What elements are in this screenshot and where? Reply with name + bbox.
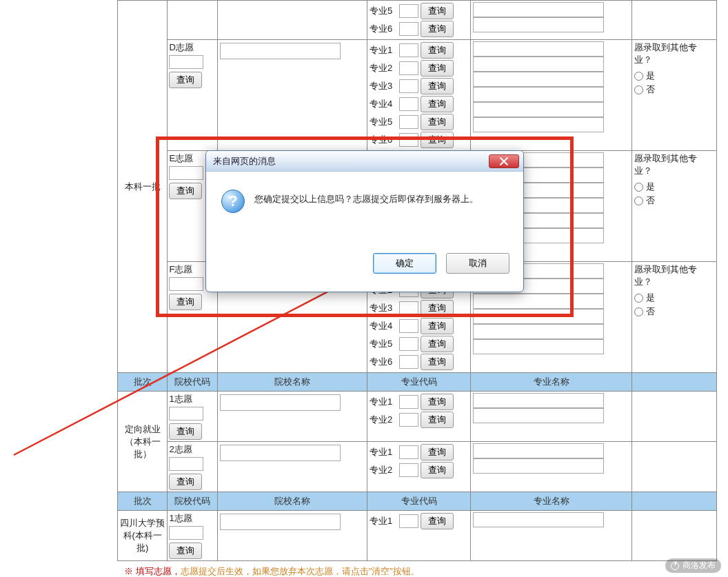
major-code-input[interactable] [399, 395, 418, 409]
adjust-no-radio[interactable] [634, 85, 643, 94]
major-code-input[interactable] [399, 413, 418, 427]
school-name-input[interactable] [220, 445, 341, 461]
query-button[interactable]: 查询 [421, 96, 454, 112]
query-button[interactable]: 查询 [421, 78, 454, 94]
adjust-yes-radio[interactable] [634, 72, 643, 81]
query-button[interactable]: 查询 [169, 72, 202, 88]
major-name-input[interactable] [473, 512, 604, 527]
query-button[interactable]: 查询 [421, 300, 454, 316]
query-button[interactable]: 查询 [421, 394, 454, 410]
major-code-input[interactable] [399, 355, 418, 369]
major-code-input[interactable] [399, 337, 418, 351]
query-button[interactable]: 查询 [169, 423, 202, 440]
query-button[interactable]: 查询 [421, 412, 454, 428]
wish-label-d: D志愿 [169, 41, 215, 54]
major-label: 专业2 [370, 62, 397, 74]
major-code-input[interactable] [399, 514, 418, 528]
col-school-code: 院校代码 [168, 492, 217, 511]
wish-label-1: 1志愿 [169, 393, 215, 405]
major-name-input[interactable] [473, 408, 604, 423]
col-major-name: 专业名称 [471, 492, 632, 511]
major-name-input[interactable] [473, 294, 604, 309]
batch-dx: 定向就业（本科一批） [118, 392, 168, 492]
adjust-yes-radio[interactable] [634, 183, 643, 192]
major-label: 专业5 [370, 116, 397, 128]
dialog-close-button[interactable] [489, 154, 519, 168]
major-name-input[interactable] [473, 102, 604, 117]
query-button[interactable]: 查询 [421, 132, 454, 148]
major-code-input[interactable] [399, 79, 418, 93]
major-code-input[interactable] [399, 43, 418, 57]
query-button[interactable]: 查询 [421, 21, 454, 37]
query-button[interactable]: 查询 [421, 114, 454, 130]
school-code-input[interactable] [169, 457, 203, 471]
query-button[interactable]: 查询 [421, 318, 454, 334]
batch-scdx: 四川大学预科(本科一批) [118, 511, 168, 561]
major-label: 专业5 [370, 5, 397, 17]
adjust-radio-group: 愿录取到其他专业？ 是 否 [634, 152, 714, 207]
major-label: 专业1 [370, 446, 397, 458]
query-button[interactable]: 查询 [421, 336, 454, 352]
major-code-input[interactable] [399, 97, 418, 111]
major-label: 专业1 [370, 44, 397, 57]
major-code-input[interactable] [399, 115, 418, 129]
school-code-input[interactable] [169, 407, 203, 421]
adjust-radio-group: 愿录取到其他专业？ 是 否 [634, 41, 714, 96]
dialog-ok-button[interactable]: 确定 [373, 253, 436, 274]
query-button[interactable]: 查询 [169, 183, 202, 199]
adjust-no-radio[interactable] [634, 196, 643, 205]
major-name-input[interactable] [473, 443, 604, 458]
major-code-input[interactable] [399, 4, 418, 18]
question-icon: ? [221, 190, 245, 213]
major-code-input[interactable] [399, 22, 418, 36]
adjust-radio-group: 愿录取到其他专业？ 是 否 [634, 263, 714, 318]
dialog-cancel-button[interactable]: 取消 [446, 253, 509, 274]
major-name-input[interactable] [473, 309, 604, 324]
major-name-input[interactable] [473, 458, 604, 474]
query-button[interactable]: 查询 [421, 354, 454, 370]
major-label: 专业6 [370, 356, 397, 368]
school-name-input[interactable] [220, 514, 341, 530]
col-major-name: 专业名称 [471, 373, 632, 392]
adjust-no-radio[interactable] [634, 307, 643, 316]
school-name-input[interactable] [220, 394, 341, 411]
wish-label-2: 2志愿 [169, 443, 215, 456]
major-name-input[interactable] [473, 117, 604, 132]
major-code-input[interactable] [399, 319, 418, 333]
major-code-input[interactable] [399, 301, 418, 315]
major-code-input[interactable] [399, 133, 418, 147]
school-code-input[interactable] [169, 166, 203, 180]
school-code-input[interactable] [169, 526, 203, 540]
query-button[interactable]: 查询 [421, 462, 454, 478]
major-code-input[interactable] [399, 463, 418, 477]
major-name-input[interactable] [473, 72, 604, 87]
major-name-input[interactable] [473, 2, 604, 17]
school-code-input[interactable] [169, 55, 203, 69]
batch-bk1: 本科一批 [118, 1, 168, 373]
major-name-input[interactable] [473, 41, 604, 57]
query-button[interactable]: 查询 [169, 294, 202, 310]
dialog-message: 您确定提交以上信息吗？志愿提交后即保存到服务器上。 [254, 190, 478, 207]
query-button[interactable]: 查询 [421, 444, 454, 460]
col-school-code: 院校代码 [168, 373, 217, 392]
query-button[interactable]: 查询 [421, 3, 454, 19]
query-button[interactable]: 查询 [169, 474, 202, 490]
major-name-input[interactable] [473, 17, 604, 32]
query-button[interactable]: 查询 [169, 543, 202, 559]
major-label: 专业5 [370, 338, 397, 350]
school-code-input[interactable] [169, 277, 203, 291]
query-button[interactable]: 查询 [421, 42, 454, 59]
major-code-input[interactable] [399, 445, 418, 459]
major-name-input[interactable] [473, 393, 604, 408]
major-name-input[interactable] [473, 324, 604, 339]
major-code-input[interactable] [399, 61, 418, 75]
confirm-dialog: 来自网页的消息 ? 您确定提交以上信息吗？志愿提交后即保存到服务器上。 确定 取… [205, 150, 524, 292]
major-name-input[interactable] [473, 57, 604, 72]
query-button[interactable]: 查询 [421, 513, 454, 529]
major-name-input[interactable] [473, 87, 604, 102]
school-name-input[interactable] [220, 43, 341, 59]
col-batch: 批次 [118, 373, 168, 392]
adjust-yes-radio[interactable] [634, 294, 643, 303]
query-button[interactable]: 查询 [421, 60, 454, 77]
major-name-input[interactable] [473, 339, 604, 354]
